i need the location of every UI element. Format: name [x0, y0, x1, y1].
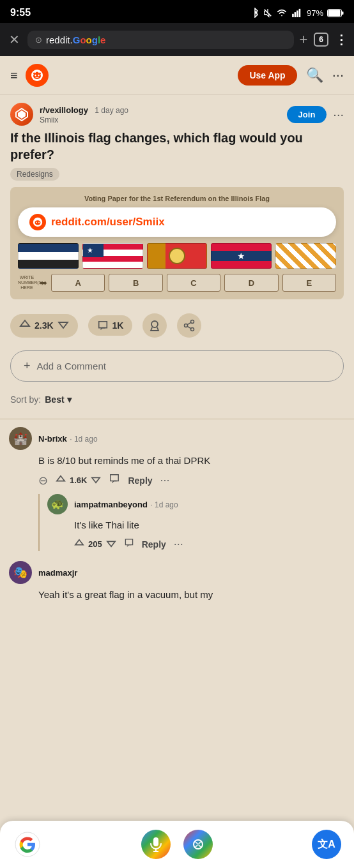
post-more-button[interactable]: ··· — [333, 107, 344, 122]
ballot-box-c: C — [167, 274, 220, 292]
status-time: 9:55 — [10, 7, 31, 19]
url-overlay[interactable]: reddit.com/user/Smiix — [18, 207, 336, 237]
subreddit-avatar — [10, 103, 33, 126]
nested-comment-body: It's like Thai lite — [74, 518, 345, 533]
svg-rect-6 — [342, 11, 344, 15]
join-button[interactable]: Join — [287, 106, 327, 123]
hamburger-icon[interactable]: ≡ — [10, 68, 18, 83]
sort-bar: Sort by: Best ▾ — [10, 391, 344, 414]
flag-d — [211, 243, 272, 269]
nested-vote-group: 205 — [74, 538, 116, 551]
translate-button[interactable]: 文A — [312, 830, 341, 859]
subreddit-avatar-icon — [15, 107, 29, 121]
browser-bar: ✕ ⊙ reddit.Google + 6 ⋮ — [0, 23, 354, 56]
madmaxjr-comment-body: Yeah it's a great flag in a vacuum, but … — [38, 588, 345, 602]
google-bottom-bar: 文A — [0, 821, 354, 868]
nested-comment-time: · 1d ago — [150, 500, 178, 509]
svg-marker-16 — [18, 110, 26, 119]
nested-comment-avatar: 🐢 — [47, 494, 68, 514]
nested-comment-iampatman: 🐢 iampatmanbeyond · 1d ago It's like Tha… — [38, 494, 345, 551]
nested-comment-bubble-icon[interactable] — [124, 537, 134, 551]
ballot-box-d: D — [224, 274, 278, 292]
google-g-button[interactable] — [13, 830, 42, 859]
ballot-arrow-icon: ➡ — [40, 278, 47, 288]
search-icon[interactable]: 🔍 — [306, 67, 323, 84]
svg-point-12 — [35, 72, 38, 75]
nested-upvote-icon[interactable] — [74, 538, 84, 551]
nested-comment-more-button[interactable]: ··· — [174, 537, 183, 551]
reddit-snoo-icon — [31, 69, 43, 82]
wifi-icon — [276, 8, 288, 17]
madmaxjr-comment-header: 🎭 madmaxjr — [9, 561, 345, 584]
comment-nbrixk: 🏰 N-brixk · 1d ago B is 8/10 but reminds… — [9, 427, 345, 551]
flag-b — [82, 243, 143, 269]
battery-icon — [327, 9, 344, 17]
comment-more-button[interactable]: ··· — [160, 474, 170, 487]
svg-point-24 — [191, 328, 194, 331]
reddit-logo[interactable] — [26, 64, 49, 87]
svg-rect-1 — [292, 14, 294, 17]
svg-point-11 — [38, 75, 39, 76]
url-text: reddit.Google — [46, 34, 105, 45]
microphone-button[interactable] — [141, 830, 171, 859]
ballot-box-e: E — [282, 274, 336, 292]
divider — [0, 419, 354, 419]
comment-icon — [97, 320, 109, 331]
flag-e — [275, 243, 336, 269]
svg-point-21 — [151, 321, 158, 327]
upvote-button[interactable] — [19, 318, 31, 333]
downvote-button[interactable] — [58, 318, 69, 333]
nested-comment-username[interactable]: iampatmanbeyond — [74, 500, 148, 509]
comment-button[interactable]: 1K — [88, 315, 133, 336]
comment-section: 🏰 N-brixk · 1d ago B is 8/10 but reminds… — [0, 427, 354, 602]
poll-container: Voting Paper for the 1st Referendum on t… — [10, 187, 344, 299]
post-username[interactable]: Smiix — [40, 116, 128, 124]
comment-upvote-icon[interactable] — [56, 474, 66, 487]
action-bar: 2.3K 1K — [10, 307, 344, 344]
downvote-icon — [58, 318, 69, 330]
sort-value-button[interactable]: Best ▾ — [45, 394, 71, 405]
share-button[interactable] — [177, 313, 201, 338]
add-tab-button[interactable]: + — [299, 31, 307, 48]
comment-username[interactable]: N-brixk — [38, 434, 67, 444]
reply-button[interactable]: Reply — [128, 475, 152, 486]
ballot-box-b: B — [109, 274, 162, 292]
lock-icon: ⊙ — [35, 35, 42, 45]
svg-line-25 — [188, 322, 191, 324]
comment-downvote-icon[interactable] — [91, 474, 101, 487]
svg-point-14 — [33, 73, 35, 75]
browser-more-button[interactable]: ⋮ — [335, 32, 348, 47]
reddit-snoo-small-icon — [33, 217, 43, 227]
nested-comment-author-info: iampatmanbeyond · 1d ago — [74, 498, 178, 510]
upvote-icon — [74, 538, 84, 548]
bottom-spacer — [0, 611, 354, 662]
downvote-icon — [91, 474, 101, 484]
vote-group: 2.3K — [10, 314, 78, 338]
comment-bubble-icon[interactable] — [109, 474, 120, 487]
google-lens-button[interactable] — [183, 830, 213, 859]
google-g-icon — [15, 832, 40, 857]
use-app-button[interactable]: Use App — [238, 65, 296, 86]
svg-point-23 — [185, 324, 188, 327]
post-meta-left: r/vexillology 1 day ago Smiix — [10, 103, 128, 126]
nested-downvote-icon[interactable] — [106, 538, 116, 551]
url-bar[interactable]: ⊙ reddit.Google — [27, 31, 294, 49]
comment-vote-group: 1.6K — [56, 474, 101, 487]
award-button[interactable] — [142, 313, 167, 338]
comment-collapse-icon[interactable]: ⊖ — [38, 474, 48, 488]
madmaxjr-username[interactable]: madmaxjr — [38, 568, 77, 578]
post-author-info: r/vexillology 1 day ago Smiix — [40, 104, 128, 124]
close-button[interactable]: ✕ — [6, 29, 22, 50]
svg-point-18 — [35, 220, 41, 225]
svg-point-10 — [35, 75, 36, 76]
add-comment-button[interactable]: + Add a Comment — [10, 350, 344, 382]
upvote-icon — [19, 318, 31, 330]
add-comment-label: Add a Comment — [37, 361, 106, 371]
post-flair[interactable]: Redesigns — [10, 168, 59, 181]
tab-count[interactable]: 6 — [314, 33, 328, 47]
nested-reply-button[interactable]: Reply — [142, 539, 166, 550]
svg-rect-28 — [153, 837, 158, 846]
more-options-icon[interactable]: ··· — [332, 67, 344, 84]
post-subreddit[interactable]: r/vexillology 1 day ago — [40, 104, 128, 116]
post-section: r/vexillology 1 day ago Smiix Join ··· I… — [0, 95, 354, 419]
